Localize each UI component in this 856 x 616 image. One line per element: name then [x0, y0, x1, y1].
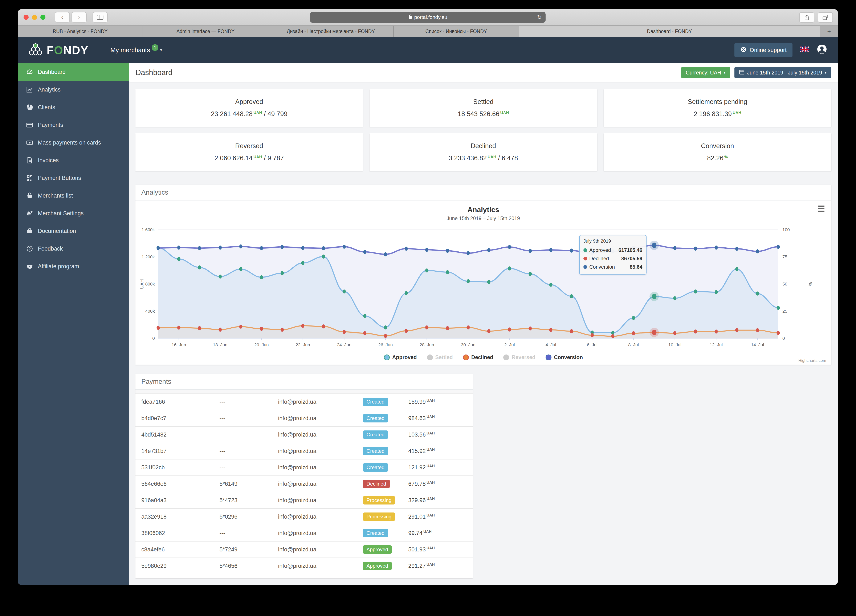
sidebar-item-mass-payments-on-cards[interactable]: Mass payments on cards: [18, 134, 129, 151]
svg-text:10. Jul: 10. Jul: [668, 342, 681, 347]
payment-row[interactable]: b4d0e7c7---info@proizd.uaCreated984.63UA…: [135, 410, 473, 426]
legend-item-conversion[interactable]: Conversion: [546, 354, 583, 360]
legend-item-reversed[interactable]: Reversed: [503, 354, 536, 360]
sidebar-toggle-icon[interactable]: [92, 12, 108, 23]
payment-row[interactable]: 564e66e65*6149info@proizd.uaDeclined679.…: [135, 476, 473, 492]
legend-marker-icon: [503, 354, 509, 360]
payment-email: info@proizd.ua: [278, 431, 363, 438]
payment-row[interactable]: 38f06062---info@proizd.uaCreated99.74UAH: [135, 525, 473, 541]
svg-text:22. Jun: 22. Jun: [296, 342, 310, 347]
close-window-button[interactable]: [23, 15, 29, 20]
share-icon[interactable]: [799, 12, 814, 23]
online-support-button[interactable]: Online support: [734, 43, 793, 57]
payment-row[interactable]: 4bd51482---info@proizd.uaCreated103.56UA…: [135, 426, 473, 443]
analytics-chart: Analytics June 15th 2019 – July 15th 201…: [135, 200, 831, 365]
payment-card: ---: [220, 415, 278, 422]
sidebar-item-label: Feedback: [38, 245, 63, 252]
tooltip-date: July 9th 2019: [583, 239, 642, 244]
page-header: Dashboard Currency: UAH ▾ June 15th 2019…: [129, 63, 838, 82]
minimize-window-button[interactable]: [32, 15, 37, 20]
stat-label: Declined: [471, 142, 496, 150]
sidebar-item-invoices[interactable]: Invoices: [18, 151, 129, 169]
payments-panel-title: Payments: [135, 374, 473, 390]
stat-label: Conversion: [701, 142, 734, 150]
payment-amount: 291.01UAH: [408, 514, 467, 520]
payment-amount: 501.93UAH: [408, 547, 467, 553]
reload-icon[interactable]: ↻: [537, 14, 542, 21]
svg-text:100: 100: [782, 227, 790, 232]
sidebar-item-payments[interactable]: Payments: [18, 116, 129, 134]
lifebuoy-icon: [741, 46, 747, 54]
sidebar-item-label: Payments: [38, 122, 63, 128]
sidebar-item-merchant-settings[interactable]: Merchant Settings: [18, 205, 129, 222]
fondy-logo[interactable]: FONDY: [29, 43, 89, 57]
navbar-right: Online support: [734, 43, 827, 57]
payment-row[interactable]: aa32e9185*0296info@proizd.uaProcessing29…: [135, 508, 473, 525]
status-badge: Created: [363, 463, 388, 472]
app-navbar: FONDY My merchants 1 ▾ Online support: [18, 37, 838, 63]
payment-row[interactable]: 14e731b7---info@proizd.uaCreated415.92UA…: [135, 443, 473, 459]
sidebar-item-clients[interactable]: Clients: [18, 99, 129, 116]
svg-text:2. Jul: 2. Jul: [504, 342, 515, 347]
browser-tab[interactable]: Dashboard - FONDY: [519, 26, 820, 37]
payment-card: ---: [220, 431, 278, 438]
qrcode-icon: [26, 174, 33, 182]
forward-icon[interactable]: ›: [71, 12, 87, 23]
payment-card: ---: [220, 530, 278, 536]
sidebar-item-merchants-list[interactable]: Merchants list: [18, 187, 129, 205]
new-tab-button[interactable]: +: [820, 26, 838, 37]
browser-tab[interactable]: Дизайн - Настройки мерчанта - FONDY: [268, 26, 394, 37]
sidebar-item-dashboard[interactable]: Dashboard: [18, 63, 129, 81]
sidebar-item-feedback[interactable]: ?Feedback: [18, 240, 129, 257]
payment-row[interactable]: c8a4efe65*7249info@proizd.uaApproved501.…: [135, 541, 473, 557]
analytics-panel: Analytics Analytics June 15th 2019 – Jul…: [135, 185, 831, 365]
stat-value: 23 261 448.28UAH / 49 799: [211, 110, 288, 118]
browser-tab[interactable]: RUB - Analytics - FONDY: [18, 26, 143, 37]
language-flag-uk[interactable]: [800, 46, 809, 54]
user-avatar[interactable]: [817, 44, 827, 56]
payment-row[interactable]: 916a04a35*4723info@proizd.uaProcessing32…: [135, 492, 473, 508]
payment-id: 916a04a3: [141, 497, 220, 504]
legend-marker-icon: [384, 354, 390, 360]
sidebar-item-payment-buttons[interactable]: Payment Buttons: [18, 169, 129, 187]
svg-text:8. Jul: 8. Jul: [628, 342, 639, 347]
browser-tab[interactable]: Список - Инвойсы - FONDY: [394, 26, 519, 37]
highcharts-credit: Highcharts.com: [798, 358, 826, 363]
sidebar-item-affiliate-program[interactable]: Affiliate program: [18, 257, 129, 275]
payment-card: 5*6149: [220, 481, 278, 487]
payment-card: 5*0296: [220, 514, 278, 520]
payment-card: ---: [220, 448, 278, 454]
main-area: Dashboard Currency: UAH ▾ June 15th 2019…: [129, 63, 838, 585]
payment-email: info@proizd.ua: [278, 481, 363, 487]
payment-amount: 679.78UAH: [408, 481, 467, 487]
currency-selector-button[interactable]: Currency: UAH ▾: [681, 67, 730, 78]
sidebar-item-documentation[interactable]: Documentation: [18, 222, 129, 240]
series-dot-icon: [583, 248, 587, 252]
payment-id: 38f06062: [141, 530, 220, 536]
legend-label: Declined: [471, 354, 493, 360]
address-bar[interactable]: portal.fondy.eu ↻: [310, 12, 546, 23]
credit-card-icon: [26, 122, 33, 129]
payment-email: info@proizd.ua: [278, 464, 363, 471]
legend-item-declined[interactable]: Declined: [463, 354, 493, 360]
tab-overview-icon[interactable]: [818, 12, 833, 23]
payment-row[interactable]: 531f02cb---info@proizd.uaCreated121.92UA…: [135, 459, 473, 476]
date-range-button[interactable]: June 15th 2019 - July 15th 2019 ▾: [734, 67, 831, 78]
chart-title: Analytics: [139, 206, 828, 214]
payment-row[interactable]: 5e980e295*4656info@proizd.uaApproved291.…: [135, 557, 473, 574]
sidebar-item-analytics[interactable]: Analytics: [18, 81, 129, 99]
status-badge: Declined: [363, 480, 390, 488]
maximize-window-button[interactable]: [40, 15, 45, 20]
payment-row[interactable]: fdea7166---info@proizd.uaCreated159.99UA…: [135, 394, 473, 410]
payment-id: 14e731b7: [141, 448, 220, 454]
payment-amount: 329.96UAH: [408, 497, 467, 504]
analytics-panel-title: Analytics: [135, 185, 831, 200]
legend-item-settled[interactable]: Settled: [427, 354, 453, 360]
tab-bar: RUB - Analytics - FONDYAdmin interface —…: [18, 26, 838, 37]
chart-menu-icon[interactable]: [818, 206, 824, 213]
back-icon[interactable]: ‹: [55, 12, 70, 23]
legend-item-approved[interactable]: Approved: [384, 354, 417, 360]
status-badge: Created: [363, 397, 388, 406]
browser-tab[interactable]: Admin interface — FONDY: [143, 26, 268, 37]
my-merchants-dropdown[interactable]: My merchants 1 ▾: [111, 46, 162, 54]
